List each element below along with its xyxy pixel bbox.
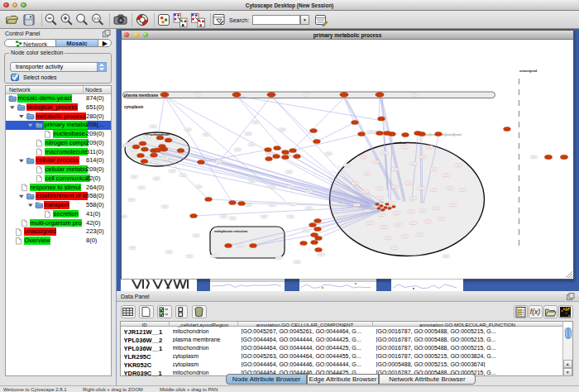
svg-text:nucleus: nucleus bbox=[395, 141, 406, 145]
svg-text:1:1: 1:1 bbox=[93, 17, 99, 21]
svg-text:endoplasmic reticulum: endoplasmic reticulum bbox=[214, 230, 248, 233]
svg-text:plasma membrane: plasma membrane bbox=[124, 93, 159, 98]
svg-text:cytoplasm: cytoplasm bbox=[124, 105, 143, 109]
svg-text:unassigned: unassigned bbox=[519, 69, 538, 73]
svg-text:f(x): f(x) bbox=[530, 308, 540, 316]
